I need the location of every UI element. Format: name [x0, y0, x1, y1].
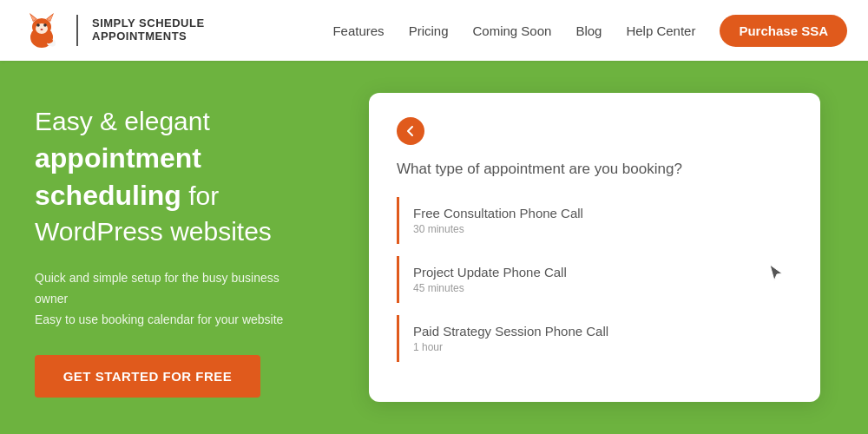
- back-button[interactable]: [397, 117, 424, 145]
- get-started-button[interactable]: GET STARTED FOR FREE: [35, 355, 260, 398]
- appointment-name-1: Free Consultation Phone Call: [413, 206, 792, 220]
- logo-divider: [76, 15, 78, 46]
- nav-pricing[interactable]: Pricing: [409, 23, 449, 38]
- main-nav: Features Pricing Coming Soon Blog Help C…: [332, 15, 847, 47]
- hero-left: Easy & elegant appointment scheduling fo…: [0, 61, 339, 434]
- appointment-duration-2: 45 minutes: [413, 282, 792, 294]
- hero-tagline: Easy & elegant appointment scheduling fo…: [35, 104, 311, 249]
- svg-point-7: [36, 23, 40, 27]
- nav-coming-soon[interactable]: Coming Soon: [472, 23, 551, 38]
- back-arrow-icon: [404, 124, 418, 138]
- nav-help-center[interactable]: Help Center: [626, 23, 695, 38]
- appointment-item-1[interactable]: Free Consultation Phone Call 30 minutes: [397, 197, 792, 244]
- logo-text: SIMPLY SCHEDULE APPOINTMENTS: [92, 17, 205, 43]
- fox-logo-icon: [21, 10, 62, 51]
- appointment-name-3: Paid Strategy Session Phone Call: [413, 324, 792, 339]
- cursor-icon: [768, 263, 784, 282]
- hero-section: Easy & elegant appointment scheduling fo…: [0, 61, 868, 434]
- appointment-name-2: Project Update Phone Call: [413, 265, 792, 279]
- hero-right: What type of appointment are you booking…: [339, 61, 868, 434]
- svg-point-8: [43, 23, 47, 27]
- nav-features[interactable]: Features: [332, 23, 384, 38]
- hero-description: Quick and simple setup for the busy busi…: [35, 268, 311, 330]
- logo[interactable]: SIMPLY SCHEDULE APPOINTMENTS: [21, 10, 205, 51]
- purchase-ssa-button[interactable]: Purchase SSA: [720, 15, 847, 47]
- booking-card: What type of appointment are you booking…: [369, 93, 820, 402]
- nav-blog[interactable]: Blog: [575, 23, 602, 38]
- appointment-duration-3: 1 hour: [413, 341, 792, 353]
- appointment-duration-1: 30 minutes: [413, 223, 792, 235]
- svg-point-9: [41, 29, 43, 30]
- site-header: SIMPLY SCHEDULE APPOINTMENTS Features Pr…: [0, 0, 868, 61]
- appointment-item-2[interactable]: Project Update Phone Call 45 minutes: [397, 256, 792, 303]
- booking-question: What type of appointment are you booking…: [397, 161, 792, 178]
- appointment-item-3[interactable]: Paid Strategy Session Phone Call 1 hour: [397, 315, 792, 362]
